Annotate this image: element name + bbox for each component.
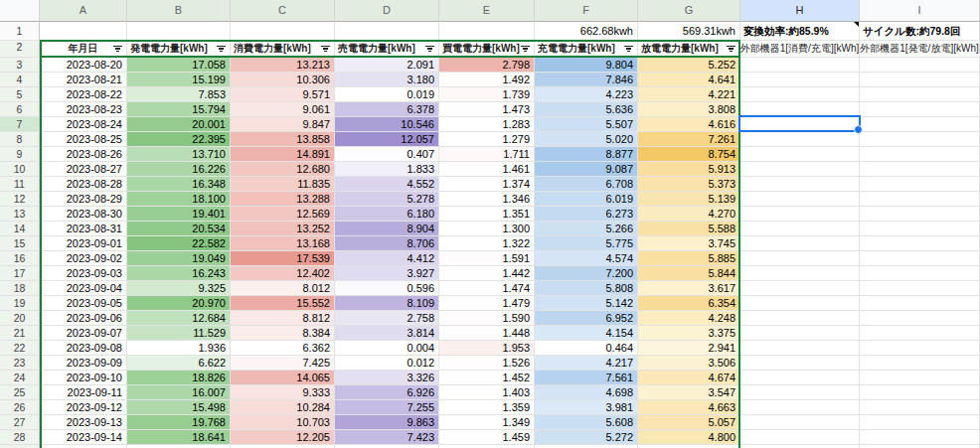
cell-sold[interactable]: 3.180 xyxy=(335,73,439,87)
cell-discharged[interactable]: 3.617 xyxy=(638,281,740,296)
cell-discharged[interactable]: 4.270 xyxy=(638,207,740,222)
cell-consumption[interactable]: 7.425 xyxy=(231,356,335,371)
cell-date[interactable]: 2023-09-07 xyxy=(40,326,127,341)
cell-i-empty[interactable] xyxy=(860,356,980,371)
cell-purchased[interactable]: 1.448 xyxy=(439,326,535,341)
cell-date[interactable]: 2023-08-28 xyxy=(40,177,127,192)
cell-discharged[interactable]: 4.616 xyxy=(638,117,740,132)
cell-h-empty[interactable] xyxy=(740,281,860,296)
cell-h-empty[interactable] xyxy=(740,430,860,445)
cell-purchased[interactable]: 1.474 xyxy=(439,281,535,296)
cell-date[interactable]: 2023-09-14 xyxy=(40,430,127,445)
cell-consumption[interactable]: 8.812 xyxy=(231,311,335,326)
cell-sold[interactable]: 2.758 xyxy=(335,311,439,326)
cell-generation[interactable]: 16.243 xyxy=(127,266,231,281)
cell-date[interactable]: 2023-08-26 xyxy=(40,147,127,162)
cell-D1[interactable] xyxy=(335,22,439,41)
cell-date[interactable]: 2023-08-20 xyxy=(40,58,127,73)
cell-generation[interactable]: 18.826 xyxy=(127,371,231,385)
cell-charged[interactable]: 6.019 xyxy=(535,192,638,207)
cell-discharged[interactable]: 3.745 xyxy=(638,236,740,251)
row-number[interactable]: 6 xyxy=(0,102,40,117)
cell-consumption[interactable]: 12.680 xyxy=(231,162,335,177)
cell-h-empty[interactable] xyxy=(740,177,860,192)
cell-purchased[interactable]: 1.479 xyxy=(439,296,535,311)
cell-generation[interactable]: 16.348 xyxy=(127,177,231,192)
cell-purchased[interactable]: 1.461 xyxy=(439,162,535,177)
cell-charged[interactable]: 5.020 xyxy=(535,132,638,147)
cell-charged[interactable]: 6.952 xyxy=(535,311,638,326)
cell-purchased[interactable]: 1.283 xyxy=(439,117,535,132)
cell-date[interactable]: 2023-08-27 xyxy=(40,162,127,177)
row-number[interactable]: 16 xyxy=(0,251,40,266)
filter-header-purchased[interactable]: 買電電力量[kWh] xyxy=(439,41,535,58)
cell-sold[interactable]: 6.378 xyxy=(335,102,439,117)
cell-i-empty[interactable] xyxy=(860,222,980,236)
cell-date[interactable]: 2023-08-21 xyxy=(40,73,127,87)
cell-generation[interactable]: 9.325 xyxy=(127,281,231,296)
filter-icon[interactable] xyxy=(320,44,331,54)
cell-sold[interactable]: 2.091 xyxy=(335,58,439,73)
cell-sold[interactable]: 7.255 xyxy=(335,400,439,415)
row-number[interactable]: 13 xyxy=(0,207,40,222)
cell-discharged[interactable]: 4.221 xyxy=(638,87,740,102)
cell-consumption[interactable]: 9.571 xyxy=(231,87,335,102)
cell-charged[interactable]: 0.464 xyxy=(535,341,638,356)
cell-sold[interactable]: 8.904 xyxy=(335,222,439,236)
cell-i-empty[interactable] xyxy=(860,192,980,207)
cell-date[interactable]: 2023-09-04 xyxy=(40,281,127,296)
cell-purchased[interactable]: 1.403 xyxy=(439,385,535,400)
cell-discharged[interactable]: 3.547 xyxy=(638,385,740,400)
row-number[interactable]: 17 xyxy=(0,266,40,281)
cell-purchased[interactable]: 1.322 xyxy=(439,236,535,251)
cell-i-empty[interactable] xyxy=(860,371,980,385)
cell-charged[interactable]: 4.574 xyxy=(535,251,638,266)
cell-consumption[interactable]: 15.552 xyxy=(231,296,335,311)
cell-sold[interactable]: 7.423 xyxy=(335,430,439,445)
header-H2-external-device-charge[interactable]: 外部機器1[消費/充電][kWh] xyxy=(740,41,860,58)
cell-i-empty[interactable] xyxy=(860,132,980,147)
cell-consumption[interactable]: 8.012 xyxy=(231,281,335,296)
cell-i-empty[interactable] xyxy=(860,73,980,87)
cell-charged[interactable]: 7.846 xyxy=(535,73,638,87)
cell-sold[interactable]: 0.407 xyxy=(335,147,439,162)
cell-date[interactable]: 2023-08-30 xyxy=(40,207,127,222)
cell-h-empty[interactable] xyxy=(740,132,860,147)
cell-consumption[interactable]: 12.402 xyxy=(231,266,335,281)
cell-charged[interactable]: 5.272 xyxy=(535,430,638,445)
cell-discharged[interactable]: 5.844 xyxy=(638,266,740,281)
row-number[interactable]: 18 xyxy=(0,281,40,296)
cell-generation[interactable]: 18.100 xyxy=(127,192,231,207)
cell-charged[interactable]: 5.636 xyxy=(535,102,638,117)
cell-consumption[interactable]: 6.362 xyxy=(231,341,335,356)
cell-charged[interactable]: 5.142 xyxy=(535,296,638,311)
cell-i-empty[interactable] xyxy=(860,207,980,222)
cell-h-empty[interactable] xyxy=(740,87,860,102)
cell-generation[interactable]: 18.641 xyxy=(127,430,231,445)
cell-discharged[interactable]: 4.663 xyxy=(638,400,740,415)
cell-charged[interactable]: 4.698 xyxy=(535,385,638,400)
cell-i-empty[interactable] xyxy=(860,385,980,400)
cell-charged[interactable]: 7.561 xyxy=(535,371,638,385)
cell-h-empty[interactable] xyxy=(740,356,860,371)
cell-discharged[interactable]: 6.354 xyxy=(638,296,740,311)
cell-date[interactable]: 2023-08-24 xyxy=(40,117,127,132)
cell-E1[interactable] xyxy=(439,22,535,41)
cell-charged[interactable]: 9.804 xyxy=(535,58,638,73)
cell-i-empty[interactable] xyxy=(860,341,980,356)
cell-purchased[interactable]: 1.374 xyxy=(439,177,535,192)
cell-charged[interactable]: 4.154 xyxy=(535,326,638,341)
cell-consumption[interactable]: 10.306 xyxy=(231,73,335,87)
cell-generation[interactable]: 19.049 xyxy=(127,251,231,266)
cell-h-empty[interactable] xyxy=(740,385,860,400)
row-number[interactable]: 3 xyxy=(0,58,40,73)
cell-h-empty[interactable] xyxy=(740,192,860,207)
cell-H1-conversion-efficiency[interactable]: 変換効率:約85.9% xyxy=(740,22,860,41)
cell-sold[interactable]: 6.180 xyxy=(335,207,439,222)
cell-date[interactable]: 2023-09-01 xyxy=(40,236,127,251)
cell-generation[interactable]: 20.534 xyxy=(127,222,231,236)
filter-icon[interactable] xyxy=(112,44,123,54)
cell-h-empty[interactable] xyxy=(740,222,860,236)
column-header-a[interactable]: A xyxy=(40,0,127,22)
column-header-e[interactable]: E xyxy=(439,0,535,22)
